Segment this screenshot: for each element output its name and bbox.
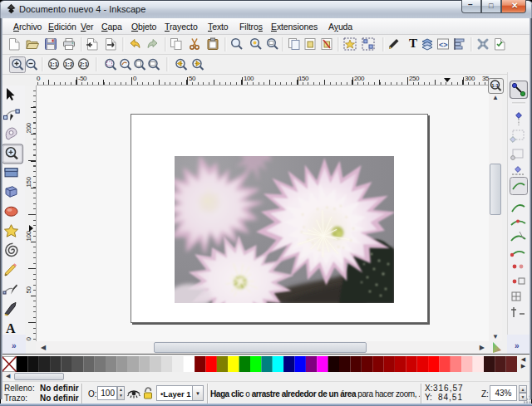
svg-text:1:1: 1:1 [491,83,499,88]
svg-text:2:1: 2:1 [79,61,87,67]
svg-text:1:2: 1:2 [64,61,72,67]
svg-text:1:1: 1:1 [49,61,57,67]
svg-text:A: A [6,321,16,335]
svg-text:T: T [409,37,417,50]
svg-text:<>: <> [439,41,448,49]
